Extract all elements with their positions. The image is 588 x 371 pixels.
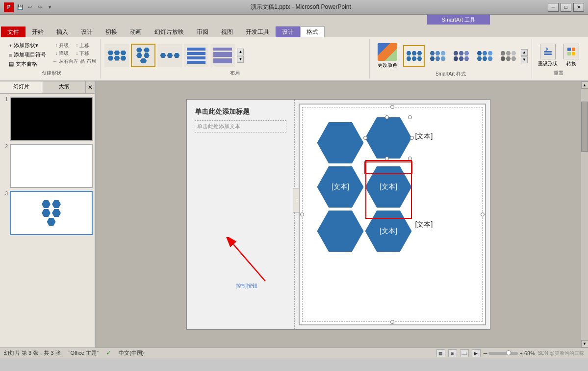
style-thumb-5[interactable] bbox=[497, 45, 519, 67]
text-pane-btn[interactable]: ▤ 文本窗格 bbox=[7, 60, 48, 68]
layout-scroll-up[interactable]: ▲ bbox=[237, 49, 244, 55]
normal-view-btn[interactable]: ▦ bbox=[436, 349, 445, 357]
status-bar: 幻灯片 第 3 张，共 3 张 "Office 主题" ✓ 中文(中国) ▦ ⊞… bbox=[0, 347, 588, 358]
convert-icon bbox=[563, 44, 579, 59]
minimize-btn[interactable]: ─ bbox=[548, 3, 559, 12]
canvas-area: 单击此处添加标题 单击此处添加文本 控制按钮 : bbox=[96, 81, 581, 347]
scroll-up-btn[interactable]: ▲ bbox=[581, 81, 588, 89]
up-btn[interactable]: ↑ 上移 bbox=[73, 42, 92, 49]
hex-2-container[interactable] bbox=[365, 117, 412, 159]
zoom-out-btn[interactable]: ─ bbox=[484, 350, 487, 356]
sidebar-close-btn[interactable]: ✕ bbox=[86, 81, 95, 93]
scroll-track bbox=[581, 89, 588, 340]
style-thumb-3[interactable] bbox=[450, 45, 472, 67]
demote-btn[interactable]: ↓ 降级 bbox=[52, 50, 72, 57]
tab-animation[interactable]: 动画 bbox=[124, 26, 148, 37]
zoom-slider[interactable] bbox=[488, 352, 518, 355]
scroll-down-btn[interactable]: ▼ bbox=[581, 340, 588, 347]
convert-btn[interactable]: 转换 bbox=[562, 42, 581, 69]
handle-right[interactable] bbox=[410, 136, 414, 140]
close-btn[interactable]: ✕ bbox=[573, 3, 584, 12]
slide-item-1: 1 bbox=[2, 97, 93, 141]
tab-insert[interactable]: 插入 bbox=[50, 26, 75, 37]
handle-top-right[interactable] bbox=[408, 115, 412, 119]
slide-thumb-3[interactable] bbox=[10, 191, 93, 235]
add-bullet-icon: ≡ bbox=[9, 52, 12, 58]
layout-thumb-3[interactable] bbox=[157, 44, 182, 67]
sa-handle-top[interactable] bbox=[390, 105, 394, 109]
slideshow-btn[interactable]: ▶ bbox=[472, 349, 481, 357]
slide-title[interactable]: 单击此处添加标题 bbox=[195, 107, 286, 116]
tab-slideshow[interactable]: 幻灯片放映 bbox=[148, 26, 190, 37]
change-color-btn[interactable]: 更改颜色 bbox=[374, 41, 401, 71]
tab-smartart-design[interactable]: 设计 bbox=[276, 26, 300, 37]
maximize-btn[interactable]: □ bbox=[561, 3, 571, 12]
tab-review[interactable]: 审阅 bbox=[190, 26, 215, 37]
promote-btn[interactable]: ↑ 升级 bbox=[52, 42, 72, 49]
control-button[interactable]: : bbox=[293, 188, 300, 212]
style-thumb-1[interactable] bbox=[403, 45, 425, 67]
reset-shape-label: 重设形状 bbox=[538, 60, 558, 67]
layout-thumb-2[interactable] bbox=[131, 44, 155, 67]
ext-label-1: [文本] bbox=[415, 132, 433, 141]
slide-num-1: 1 bbox=[2, 97, 8, 102]
slide-thumb-2[interactable] bbox=[10, 144, 93, 188]
customize-btn[interactable]: ▾ bbox=[45, 3, 54, 12]
hex-4-label: [文本] bbox=[380, 183, 397, 191]
reading-view-btn[interactable]: 📖 bbox=[460, 349, 469, 357]
create-shapes-section: + 添加形状▾ ≡ 添加项目符号 ▤ 文本窗格 ↑ 升级 ↑ 上移 bbox=[3, 39, 101, 79]
tab-transition[interactable]: 切换 bbox=[99, 26, 124, 37]
sa-handle-bottom[interactable] bbox=[390, 320, 394, 324]
tab-smartart-format[interactable]: 格式 bbox=[300, 26, 325, 37]
slide-sorter-btn[interactable]: ⊞ bbox=[448, 349, 457, 357]
add-shape-btn[interactable]: + 添加形状▾ bbox=[7, 41, 48, 50]
add-bullet-label: 添加项目符号 bbox=[14, 51, 46, 58]
redo-btn[interactable]: ↪ bbox=[35, 3, 44, 12]
red-arrow-svg bbox=[226, 237, 285, 286]
style-thumb-4[interactable] bbox=[474, 45, 495, 67]
slide-thumb-1[interactable] bbox=[10, 97, 93, 141]
add-bullet-btn[interactable]: ≡ 添加项目符号 bbox=[7, 51, 48, 59]
reset-shape-btn[interactable]: 重设形状 bbox=[536, 42, 560, 69]
layout-thumb-4[interactable] bbox=[184, 44, 208, 67]
layout-scroll-down[interactable]: ▼ bbox=[237, 56, 244, 63]
vertical-scrollbar: ▲ ▼ bbox=[581, 81, 588, 347]
sdn-label: SDN @笑脸沟的庄稼 bbox=[538, 350, 584, 357]
zoom-level[interactable]: 68% bbox=[524, 350, 535, 356]
style-thumb-2[interactable] bbox=[427, 45, 448, 67]
check-icon: ✓ bbox=[106, 350, 111, 356]
slide-smartart-panel[interactable]: [文本] [文本] [文本] [文本] [文本] bbox=[299, 104, 486, 325]
styles-scroll-up[interactable]: ▲ bbox=[521, 49, 528, 56]
tab-slides[interactable]: 幻灯片 bbox=[0, 81, 43, 93]
tab-file[interactable]: 文件 bbox=[1, 26, 26, 37]
undo-btn[interactable]: ↩ bbox=[26, 3, 34, 12]
layout-thumb-1[interactable] bbox=[104, 44, 129, 67]
layout-btn[interactable]: 品 布局 bbox=[79, 58, 96, 65]
svg-rect-3 bbox=[572, 48, 575, 51]
quick-access-toolbar: 💾 ↩ ↪ ▾ bbox=[16, 3, 54, 12]
sa-handle-right[interactable] bbox=[481, 212, 485, 216]
handle-bottom[interactable] bbox=[385, 157, 389, 160]
tab-start[interactable]: 开始 bbox=[26, 26, 50, 37]
slide-info: 幻灯片 第 3 张，共 3 张 bbox=[4, 349, 61, 357]
sa-handle-left[interactable] bbox=[300, 212, 304, 216]
layout-thumb-5[interactable] bbox=[210, 44, 235, 67]
title-bar: P 💾 ↩ ↪ ▾ 演示文稿1.pptx - Microsoft PowerPo… bbox=[0, 0, 588, 15]
handle-top[interactable] bbox=[385, 115, 389, 119]
down-btn[interactable]: ↓ 下移 bbox=[73, 50, 92, 57]
styles-scroll-down[interactable]: ▼ bbox=[521, 56, 528, 63]
scroll-thumb[interactable] bbox=[581, 102, 588, 152]
zoom-in-btn[interactable]: + bbox=[519, 350, 522, 356]
svg-rect-2 bbox=[567, 48, 571, 51]
tab-view[interactable]: 视图 bbox=[215, 26, 239, 37]
tab-outline[interactable]: 大纲 bbox=[43, 81, 86, 93]
slide-subtitle[interactable]: 单击此处添加文本 bbox=[195, 120, 286, 132]
create-buttons-right: ↑ 升级 ↑ 上移 ↓ 降级 ↓ 下移 ← 从右向左 品 布局 bbox=[52, 41, 96, 69]
save-btn[interactable]: 💾 bbox=[16, 3, 25, 12]
rtl-btn[interactable]: ← 从右向左 bbox=[52, 58, 78, 65]
handle-left[interactable] bbox=[363, 136, 367, 140]
tab-developer[interactable]: 开发工具 bbox=[239, 26, 276, 37]
handle-bottom-right[interactable] bbox=[408, 157, 412, 160]
tab-design[interactable]: 设计 bbox=[75, 26, 99, 37]
reset-section: 重设形状 转换 重置 bbox=[532, 39, 585, 79]
